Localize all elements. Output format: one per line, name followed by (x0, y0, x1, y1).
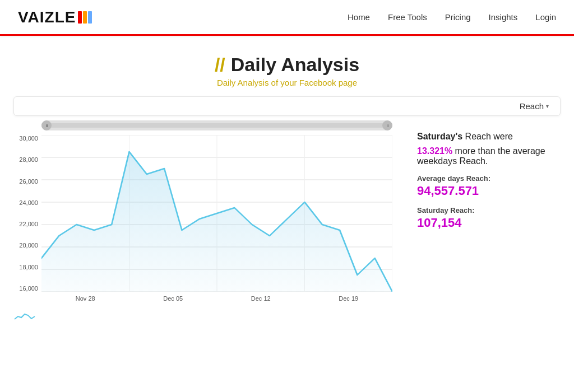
avg-value: 94,557.571 (417, 184, 547, 198)
y-label-2: 26,000 (13, 178, 38, 185)
x-label-dec12: Dec 12 (251, 295, 271, 302)
chart-area: 30,000 28,000 26,000 24,000 22,000 20,00… (13, 120, 404, 325)
y-label-6: 18,000 (13, 264, 38, 270)
chart-legend-icon (13, 310, 404, 325)
page-header: // Daily Analysis Daily Analysis of your… (0, 36, 574, 96)
logo-bar-orange (83, 11, 87, 24)
y-axis: 30,000 28,000 26,000 24,000 22,000 20,00… (13, 135, 38, 292)
slider-fill (41, 123, 392, 128)
navbar: VAIZLE Home Free Tools Pricing Insights … (0, 0, 574, 36)
slider-handle-right[interactable] (382, 120, 392, 130)
page-title: // Daily Analysis (0, 54, 574, 76)
chart-wrapper: 30,000 28,000 26,000 24,000 22,000 20,00… (41, 135, 392, 305)
nav-insights[interactable]: Insights (489, 12, 518, 22)
dropdown-arrow: ▾ (546, 103, 549, 109)
stats-panel: Saturday's Reach were 13.321% more than … (404, 120, 561, 325)
reach-dropdown[interactable]: Reach ▾ (520, 101, 549, 111)
saturday-label: Saturday Reach: (417, 206, 547, 214)
nav-links: Home Free Tools Pricing Insights Login (348, 12, 556, 22)
slider-track[interactable] (41, 120, 392, 130)
page-subtitle: Daily Analysis of your Facebook page (0, 78, 574, 87)
slider-handle-left[interactable] (41, 120, 52, 130)
slash-icon: // (215, 54, 225, 76)
logo-text: VAIZLE (18, 8, 76, 26)
logo-bars (78, 11, 92, 24)
main-content: 30,000 28,000 26,000 24,000 22,000 20,00… (0, 120, 574, 325)
y-label-0: 30,000 (13, 135, 38, 142)
y-label-4: 22,000 (13, 221, 38, 227)
nav-home[interactable]: Home (348, 12, 370, 22)
reach-label: Reach (520, 101, 544, 111)
line-chart (41, 135, 392, 292)
x-label-dec19: Dec 19 (339, 295, 358, 302)
logo-bar-blue (88, 11, 92, 24)
y-label-7: 16,000 (13, 285, 38, 292)
logo: VAIZLE (18, 8, 92, 26)
saturday-value: 107,154 (417, 216, 547, 230)
x-axis: Nov 28 Dec 05 Dec 12 Dec 19 (41, 292, 392, 305)
stats-day: Saturday's (417, 132, 462, 141)
x-label-nov28: Nov 28 (76, 295, 95, 302)
stats-suffix: Reach were (462, 132, 513, 141)
y-label-5: 20,000 (13, 242, 38, 249)
stats-percentage-line: 13.321% more than the average weekdays R… (417, 146, 547, 166)
toolbar: Reach ▾ (13, 96, 561, 116)
stats-headline: Saturday's Reach were (417, 132, 547, 142)
nav-pricing[interactable]: Pricing (445, 12, 471, 22)
slider-container (13, 120, 404, 130)
nav-free-tools[interactable]: Free Tools (388, 12, 427, 22)
stats-percentage: 13.321% (417, 146, 452, 156)
x-label-dec05: Dec 05 (163, 295, 183, 302)
avg-label: Average days Reach: (417, 174, 547, 183)
nav-login[interactable]: Login (535, 12, 556, 22)
y-label-1: 28,000 (13, 156, 38, 163)
logo-bar-red (78, 11, 82, 24)
y-label-3: 24,000 (13, 199, 38, 206)
